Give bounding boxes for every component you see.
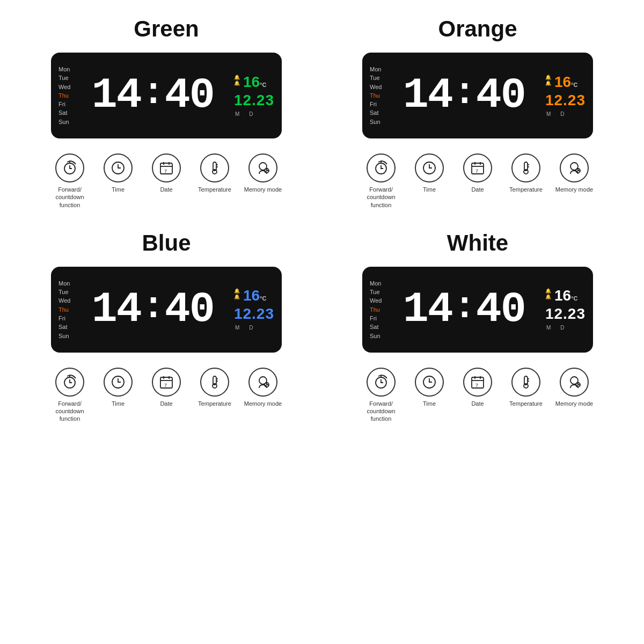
date-d-label: D [249, 325, 253, 331]
icon-label-memory-mode: Memory mode [244, 186, 282, 193]
alarm-icon-2: 🔔 [545, 294, 551, 299]
icon-item-temperature: Temperature [507, 153, 545, 193]
day-sat: Sat [370, 109, 382, 116]
icon-circle-memory-mode [248, 153, 277, 182]
icon-label-date: Date [471, 400, 484, 407]
icon-item-date: 7 Date [147, 153, 186, 193]
clock-display-green: MonTueWedThuFriSatSun14:40🔔🔔16°C12.23MD [51, 53, 282, 138]
temp-value: 16°C [554, 75, 578, 90]
date-d-label: D [249, 111, 253, 117]
day-thu: Thu [370, 92, 382, 99]
icon-label-forward-countdown: Forward/ countdown function [55, 186, 84, 209]
icon-label-forward-countdown: Forward/ countdown function [367, 186, 395, 209]
time-icon [421, 374, 437, 390]
icons-row: Forward/ countdown function Time 7 Date … [50, 368, 282, 423]
temp-display: 16°C [554, 288, 578, 303]
day-mon: Mon [58, 280, 70, 287]
temp-display: 16°C [243, 75, 267, 90]
day-sat: Sat [370, 323, 382, 331]
icon-item-forward-countdown: Forward/ countdown function [362, 153, 400, 209]
days-column: MonTueWedThuFriSatSun [370, 280, 382, 340]
alarm-icon-1: 🔔 [234, 75, 240, 80]
icon-label-time: Time [423, 400, 436, 407]
title-white: White [447, 230, 508, 256]
day-wed: Wed [370, 83, 382, 91]
svg-text:7: 7 [164, 383, 167, 388]
day-wed: Wed [370, 297, 382, 304]
icons-row: Forward/ countdown function Time 7 Date … [50, 153, 282, 209]
icon-label-memory-mode: Memory mode [555, 186, 593, 193]
icon-item-date: 7 Date [147, 368, 186, 407]
icon-circle-date: 7 [152, 368, 181, 397]
icon-circle-forward-countdown [367, 368, 396, 397]
icon-label-temperature: Temperature [509, 400, 543, 407]
icon-label-temperature: Temperature [509, 186, 543, 193]
forward-countdown-icon [62, 374, 78, 390]
day-fri: Fri [58, 314, 70, 322]
svg-text:7: 7 [475, 169, 478, 174]
icon-label-date: Date [160, 400, 172, 407]
icon-label-forward-countdown: Forward/ countdown function [367, 400, 395, 423]
temperature-icon [207, 160, 223, 176]
date-display: 12.23 [545, 305, 586, 323]
days-column: MonTueWedThuFriSatSun [58, 280, 70, 340]
alarm-icon-2: 🔔 [234, 294, 240, 299]
icon-label-forward-countdown: Forward/ countdown function [55, 400, 84, 423]
alarm-icon-2: 🔔 [545, 80, 551, 86]
icon-item-date: 7 Date [458, 153, 497, 193]
alarm-icon-2: 🔔 [234, 80, 240, 86]
date-m-label: M [235, 111, 239, 117]
date-display: 12.23 [234, 305, 274, 323]
section-orange: OrangeMonTueWedThuFriSatSun14:40🔔🔔16°C12… [338, 16, 617, 209]
temp-value: 16°C [243, 288, 267, 303]
icons-row: Forward/ countdown function Time 7 Date … [362, 153, 594, 209]
icon-circle-time [104, 368, 133, 397]
icon-label-date: Date [160, 186, 172, 193]
icon-item-forward-countdown: Forward/ countdown function [362, 368, 400, 423]
icon-circle-memory-mode [560, 153, 589, 182]
time-display: 14:40 [76, 74, 230, 117]
icon-item-memory-mode: Memory mode [555, 368, 594, 407]
date-d-label: D [560, 325, 564, 331]
temp-unit: °C [571, 82, 577, 88]
clock-display-blue: MonTueWedThuFriSatSun14:40🔔🔔16°C12.23MD [51, 267, 282, 353]
icon-circle-time [415, 153, 444, 182]
day-wed: Wed [58, 297, 70, 304]
right-panel: 🔔🔔16°C12.23MD [234, 288, 274, 331]
alarm-icon-1: 🔔 [234, 288, 240, 294]
icon-item-forward-countdown: Forward/ countdown function [50, 368, 89, 423]
date-display: 12.23 [545, 92, 586, 109]
memory-mode-icon [255, 160, 271, 176]
date-display: 12.23 [234, 92, 274, 109]
section-blue: BlueMonTueWedThuFriSatSun14:40🔔🔔16°C12.2… [27, 230, 306, 423]
day-mon: Mon [58, 65, 70, 73]
day-wed: Wed [58, 83, 70, 91]
day-thu: Thu [58, 306, 70, 313]
time-icon [110, 160, 126, 176]
memory-mode-icon [566, 374, 582, 390]
temp-unit: °C [571, 295, 577, 302]
right-panel: 🔔🔔16°C12.23MD [234, 75, 274, 117]
icon-item-date: 7 Date [458, 368, 497, 407]
day-sun: Sun [58, 118, 70, 126]
days-column: MonTueWedThuFriSatSun [370, 65, 382, 126]
icon-label-time: Time [112, 186, 125, 193]
icons-row: Forward/ countdown function Time 7 Date … [362, 368, 594, 423]
forward-countdown-icon [373, 374, 389, 390]
icon-label-time: Time [423, 186, 436, 193]
forward-countdown-icon [373, 160, 389, 176]
temperature-icon [518, 160, 534, 176]
icon-item-memory-mode: Memory mode [244, 368, 282, 407]
icon-circle-forward-countdown [55, 368, 84, 397]
date-d-label: D [560, 111, 564, 117]
icon-label-time: Time [112, 400, 125, 407]
day-mon: Mon [370, 65, 382, 73]
time-display: 14:40 [76, 288, 230, 331]
memory-mode-icon [566, 160, 582, 176]
svg-text:7: 7 [475, 383, 478, 388]
time-icon [421, 160, 437, 176]
icon-item-time: Time [410, 153, 449, 193]
icon-item-time: Time [99, 153, 137, 193]
icon-circle-date: 7 [463, 153, 492, 182]
icon-label-temperature: Temperature [198, 400, 231, 407]
